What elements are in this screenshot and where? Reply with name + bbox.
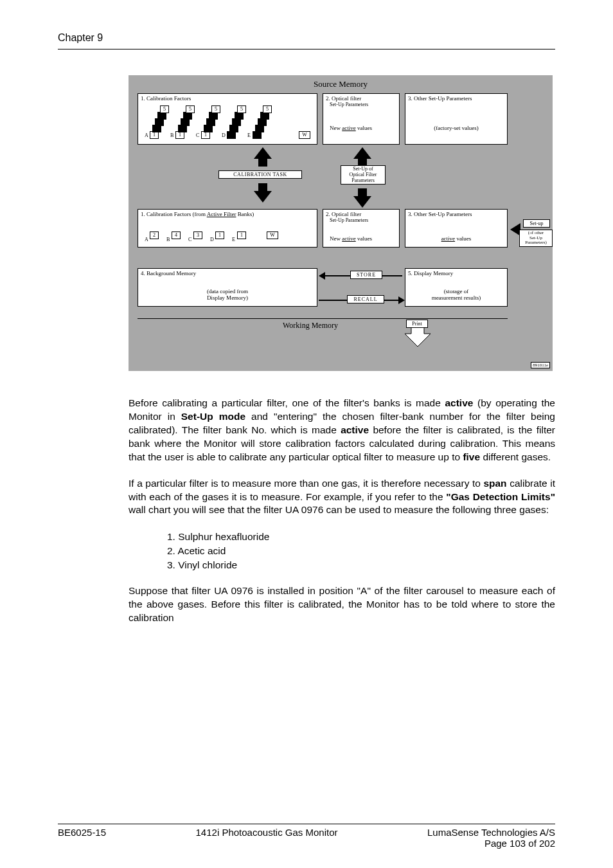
footer-right: LumaSense Technologies A/S — [427, 827, 555, 838]
chapter-heading: Chapter 9 — [58, 32, 555, 44]
wm-optical-block: 2. Optical filter Set-Up Parameters New … — [323, 209, 400, 248]
calibration-task-box: CALIBRATION TASK — [218, 170, 302, 179]
diagram-ref: 891011e — [531, 362, 550, 368]
arrow-icon — [398, 296, 405, 304]
block-optical-filter: 2. Optical filter Set-Up Parameters New … — [323, 93, 400, 145]
diagram-title: Source Memory — [129, 75, 553, 89]
setup-side-sub: (of other Set-Up Parameters) — [519, 230, 553, 247]
wm-other-block: 3. Other Set-Up Parameters active values — [405, 209, 508, 248]
arrow-icon — [353, 196, 371, 208]
paragraph-3: Suppose that filter UA 0976 is installed… — [129, 584, 555, 625]
memory-diagram: Source Memory 1. Calibration Factors A 1… — [129, 75, 553, 371]
block-background-memory: 4. Background Memory (data copied fromDi… — [138, 268, 317, 307]
paragraph-1: Before calibrating a particular filter, … — [129, 397, 555, 464]
footer-left: BE6025-15 — [58, 827, 106, 838]
header-rule — [58, 49, 555, 50]
list-item: 2. Acetic acid — [167, 544, 555, 558]
page-footer: BE6025-15 1412i Photoacoustic Gas Monito… — [58, 818, 555, 849]
block-calibration-factors: 1. Calibration Factors A 1 5 B 1 5 C 1 — [138, 93, 317, 145]
print-box: Print — [406, 320, 428, 328]
setup-optical-box: Set-Up of Optical Filter Parameters — [341, 165, 386, 185]
list-item: 1. Sulphur hexafluoride — [167, 530, 555, 544]
block-display-memory: 5. Display Memory (storage ofmeasurement… — [405, 268, 508, 307]
block-other-setup: 3. Other Set-Up Parameters (factory-set … — [405, 93, 508, 145]
arrow-icon — [319, 272, 325, 280]
recall-box: RECALL — [347, 295, 384, 303]
footer-page: Page 103 of 202 — [58, 838, 555, 849]
wm-calibration-block: 1. Calibration Factors (from Active Filt… — [138, 209, 317, 248]
arrow-icon — [254, 191, 272, 203]
gas-list: 1. Sulphur hexafluoride 2. Acetic acid 3… — [167, 530, 555, 572]
setup-side-top: Set-up — [523, 219, 550, 228]
list-item: 3. Vinyl chloride — [167, 558, 555, 572]
paragraph-2: If a particular filter is to measure mor… — [129, 477, 555, 518]
working-memory-label: Working Memory — [283, 321, 338, 330]
footer-mid: 1412i Photoacoustic Gas Monitor — [196, 827, 338, 838]
store-box: STORE — [350, 271, 382, 279]
